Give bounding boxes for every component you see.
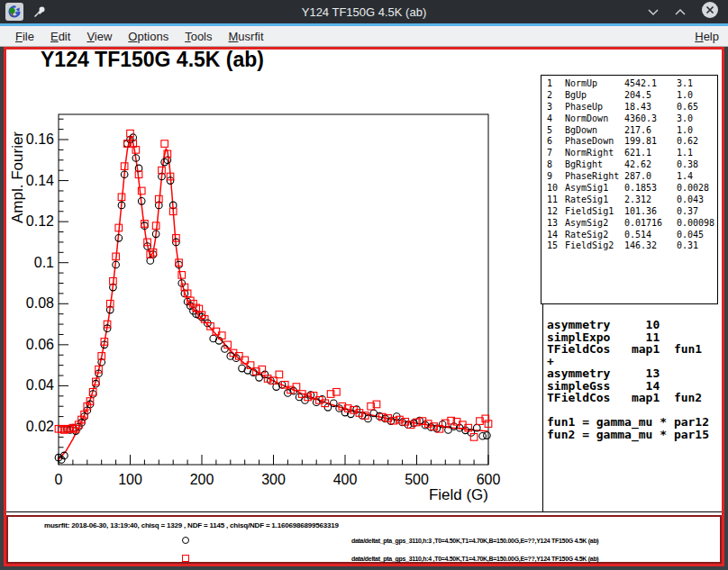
minimize-icon[interactable] <box>647 4 660 20</box>
svg-text:200: 200 <box>190 472 214 487</box>
param-row: 12FieldSig1101.360.37 <box>541 206 717 218</box>
param-rows: 1NormUp4542.13.12BgUp204.51.03PhaseUp18.… <box>541 78 717 252</box>
param-row: 1NormUp4542.13.1 <box>541 78 717 90</box>
svg-text:600: 600 <box>477 472 501 487</box>
menubar-items: FileEditViewOptionsToolsMusrfit <box>7 30 272 43</box>
param-row: 9PhaseRight287.01.4 <box>541 171 717 183</box>
svg-text:Field (G): Field (G) <box>429 486 488 503</box>
param-row: 15FieldSig2146.320.31 <box>541 240 717 252</box>
svg-text:0.1: 0.1 <box>34 255 54 270</box>
svg-text:Ampl. Fourier: Ampl. Fourier <box>9 131 26 223</box>
maximize-icon[interactable] <box>674 4 687 20</box>
pad-separator <box>6 511 722 512</box>
menu-view[interactable]: View <box>78 30 120 43</box>
svg-text:0.14: 0.14 <box>26 173 54 188</box>
fit-stats-line: musrfit: 2018-06-30, 13:19:40, chisq = 1… <box>44 521 339 529</box>
close-icon[interactable] <box>701 1 719 23</box>
theory-text: asymmetry 10 simplExpo 11 TFieldCos map1… <box>543 304 718 440</box>
svg-text:0.16: 0.16 <box>26 131 54 147</box>
svg-text:500: 500 <box>405 472 429 487</box>
menu-options[interactable]: Options <box>120 30 177 43</box>
menu-musrfit[interactable]: Musrfit <box>221 30 272 43</box>
svg-text:0.06: 0.06 <box>26 337 54 352</box>
fit-parameter-box: 1NormUp4542.13.12BgUp204.51.03PhaseUp18.… <box>541 75 718 304</box>
open-circle-marker <box>182 537 189 544</box>
root-canvas[interactable]: Y124 TF150G 4.5K (ab) 010020030040050060… <box>4 47 724 566</box>
window-title: Y124 TF150G 4.5K (ab) <box>302 5 427 19</box>
menubar: FileEditViewOptionsToolsMusrfit Help <box>0 26 728 47</box>
legend-pad[interactable]: musrfit: 2018-06-30, 13:19:40, chisq = 1… <box>6 515 722 564</box>
svg-text:0.08: 0.08 <box>26 295 54 311</box>
param-row: 4NormDown4360.33.0 <box>541 113 717 125</box>
param-row: 11RateSig12.3120.043 <box>541 195 717 206</box>
musrview-window: { "window": { "title": "Y124 TF150G 4.5K… <box>0 0 728 570</box>
legend-entry-2: data/deltat_pta_gps_3110,h:4 ,T0=4.50K,T… <box>8 554 720 565</box>
svg-text:0.12: 0.12 <box>26 213 54 229</box>
legend-label-2: data/deltat_pta_gps_3110,h:4 ,T0=4.50K,T… <box>351 556 598 562</box>
svg-text:100: 100 <box>118 472 142 487</box>
menu-edit[interactable]: Edit <box>42 30 78 43</box>
theory-box: asymmetry 10 simplExpo 11 TFieldCos map1… <box>542 304 718 511</box>
menu-tools[interactable]: Tools <box>177 30 220 43</box>
param-row: 5BgDown217.61.0 <box>541 125 717 137</box>
legend-entry-1: data/deltat_pta_gps_3110,h:3 ,T0=4.50K,T… <box>8 536 720 547</box>
svg-text:300: 300 <box>261 472 286 487</box>
menu-help[interactable]: Help <box>687 30 721 43</box>
svg-text:0: 0 <box>55 472 63 487</box>
param-row: 13AsymSig20.017160.00098 <box>541 218 717 230</box>
param-row: 3PhaseUp18.430.65 <box>541 102 717 113</box>
titlebar[interactable]: Y124 TF150G 4.5K (ab) <box>0 0 728 23</box>
param-row: 6PhaseDown199.810.62 <box>541 136 717 148</box>
open-square-marker <box>182 555 189 562</box>
svg-text:400: 400 <box>333 472 358 487</box>
menu-file[interactable]: File <box>7 30 42 43</box>
app-icon <box>5 3 23 24</box>
param-row: 10AsymSig10.18530.0028 <box>541 183 717 195</box>
param-row: 8BgRight42.620.38 <box>541 159 717 171</box>
pin-icon[interactable] <box>32 5 47 23</box>
param-row: 14RateSig20.5140.045 <box>541 230 717 241</box>
svg-text:0.04: 0.04 <box>26 377 54 393</box>
svg-text:0.02: 0.02 <box>26 419 54 434</box>
legend-label-1: data/deltat_pta_gps_3110,h:3 ,T0=4.50K,T… <box>351 538 598 544</box>
param-row: 2BgUp204.51.0 <box>541 90 717 102</box>
param-row: 7NormRight621.11.1 <box>541 148 717 159</box>
